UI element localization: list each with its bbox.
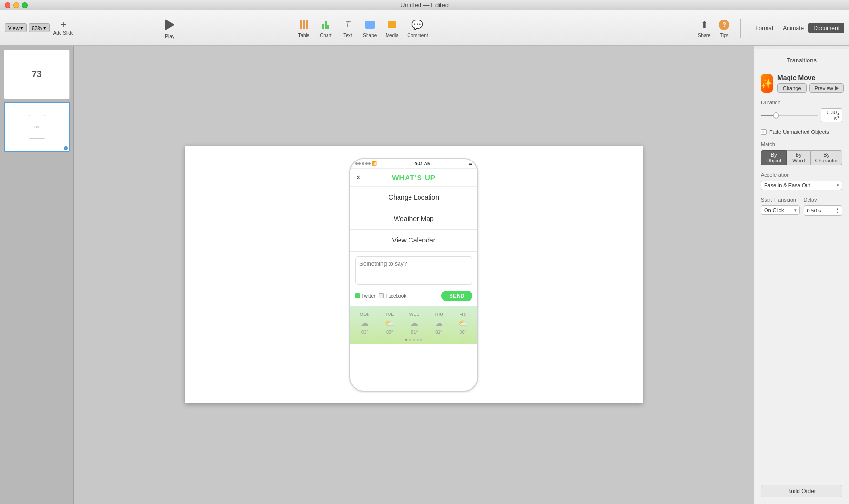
play-triangle [165,19,174,30]
delay-item: Delay 0.50 s ▲ ▼ [804,197,843,216]
media-rect-icon [388,21,396,28]
share-icon: ⬆ [697,18,711,31]
duration-label: Duration [761,100,842,105]
facebook-check-icon [379,293,384,298]
comment-tool[interactable]: 💬 Comment [407,18,428,38]
slide-1-number: 73 [32,70,41,80]
day-temp-fri: 86° [460,330,467,335]
slide-thumb-1[interactable]: 1 73 [4,50,70,99]
duration-stepper[interactable]: ▲ ▼ [837,112,840,119]
add-slide-button[interactable]: + Add Slide [53,20,74,36]
shape-tool[interactable]: Shape [363,18,377,38]
text-label: Text [343,33,352,38]
duration-input[interactable]: 0.30 s ▲ ▼ [821,108,842,122]
share-tool[interactable]: ⬆ Share [697,18,711,38]
slide-thumb-2[interactable]: 2 App [4,102,70,152]
preview-button[interactable]: Preview [809,83,844,93]
toolbar-divider [740,19,741,38]
slide-2-mini: App [5,103,69,151]
comment-label: Comment [407,33,428,38]
acceleration-section: Acceleration Ease In & Ease Out ▾ [761,172,842,190]
overlay-close-btn[interactable]: × [356,173,360,182]
signal-dot-3 [362,162,364,165]
slide-1-content: 73 [4,50,69,99]
media-tool[interactable]: Media [385,18,399,38]
tips-icon: ? [717,18,731,31]
build-order-button[interactable]: Build Order [761,485,842,497]
acceleration-select[interactable]: Ease In & Ease Out ▾ [761,181,842,190]
start-transition-chevron-icon: ▾ [794,208,797,212]
match-by-character-btn[interactable]: By Character [810,150,842,165]
weather-dot-5 [420,339,422,341]
tips-circle-icon: ? [719,20,729,30]
toolbar-left: View ▾ 63% ▾ + Add Slide [5,20,100,36]
stepper-down[interactable]: ▼ [837,115,840,119]
delay-stepper-down[interactable]: ▼ [836,211,839,214]
delay-input[interactable]: 0.50 s ▲ ▼ [804,205,843,216]
magic-icon-emoji: ✨ [761,78,773,89]
delay-stepper[interactable]: ▲ ▼ [836,207,839,214]
panel-tabs [754,46,849,49]
text-tool[interactable]: T Text [341,18,354,38]
day-name-thu: THU [434,312,443,317]
start-transition-value: On Click [764,207,794,213]
twitter-check-icon [355,293,360,298]
facebook-checkbox[interactable]: Facebook [379,293,406,299]
menu-item-view-calendar[interactable]: View Calendar [350,230,477,251]
active-slide-indicator [64,146,68,150]
start-delay-section: Start Transition On Click ▾ Delay 0.50 s… [761,197,842,216]
slider-thumb[interactable] [773,112,779,118]
match-by-object-btn[interactable]: By Object [761,150,787,165]
menu-item-weather-map[interactable]: Weather Map [350,208,477,230]
magic-move-section: ✨ Magic Move Change Preview [761,74,842,93]
tab-document[interactable]: Document [808,23,844,33]
toolbar-center: Table Chart T Text Shape [100,18,625,38]
table-tool[interactable]: Table [297,18,310,38]
media-label: Media [386,33,399,38]
day-name-wed: WED [409,312,419,317]
close-button[interactable] [5,2,10,8]
phone-overlay-menu: × WHAT'S UP Change Location Weather Map … [350,169,477,252]
send-button[interactable]: SEND [441,291,472,301]
tab-animate[interactable]: Animate [778,23,808,33]
twitter-checkbox[interactable]: Twitter [355,293,375,299]
weather-dot-4 [417,339,419,341]
zoom-button[interactable]: 63% ▾ [29,23,50,32]
share-input[interactable] [355,256,472,285]
view-button[interactable]: View ▾ [5,23,27,32]
table-label: Table [298,33,309,38]
slide-1-mini: 73 [4,50,69,99]
overlay-header: × WHAT'S UP [350,169,477,187]
weather-days: MON ☁ 83° TUE ⛅ 85° WED ☁ 81° [352,312,475,335]
weather-day-wed: WED ☁ 81° [409,312,419,335]
weather-icon-fri: ⛅ [458,319,468,328]
fade-unmatched-checkbox[interactable]: ✓ [761,129,767,135]
tips-tool[interactable]: ? Tips [717,18,731,38]
day-name-mon: MON [360,312,370,317]
start-transition-select[interactable]: On Click ▾ [761,205,800,215]
weather-icon-wed: ☁ [410,319,418,328]
play-button[interactable]: Play [162,17,177,39]
weather-dot-1 [405,339,407,341]
stepper-up[interactable]: ▲ [837,112,840,115]
match-by-word-btn[interactable]: By Word [787,150,810,165]
day-temp-thu: 82° [435,330,442,335]
duration-slider[interactable] [761,115,818,116]
menu-item-change-location[interactable]: Change Location [350,187,477,208]
share-footer: Twitter Facebook SEND [355,291,472,301]
chart-tool[interactable]: Chart [319,18,332,38]
change-button[interactable]: Change [777,83,807,93]
text-T-icon: T [345,20,350,30]
acceleration-label: Acceleration [761,172,842,178]
comment-bubble-icon: 💬 [411,19,423,30]
minimize-button[interactable] [13,2,19,8]
right-panel: Transitions ✨ Magic Move Change Preview [754,46,849,504]
start-transition-item: Start Transition On Click ▾ [761,197,800,216]
battery-icon: ▬ [469,161,472,166]
delay-stepper-up[interactable]: ▲ [836,207,839,211]
facebook-label: Facebook [385,293,406,299]
tab-format[interactable]: Format [750,23,778,33]
maximize-button[interactable] [22,2,28,8]
text-icon: T [341,18,354,31]
weather-icon-mon: ☁ [361,319,368,328]
